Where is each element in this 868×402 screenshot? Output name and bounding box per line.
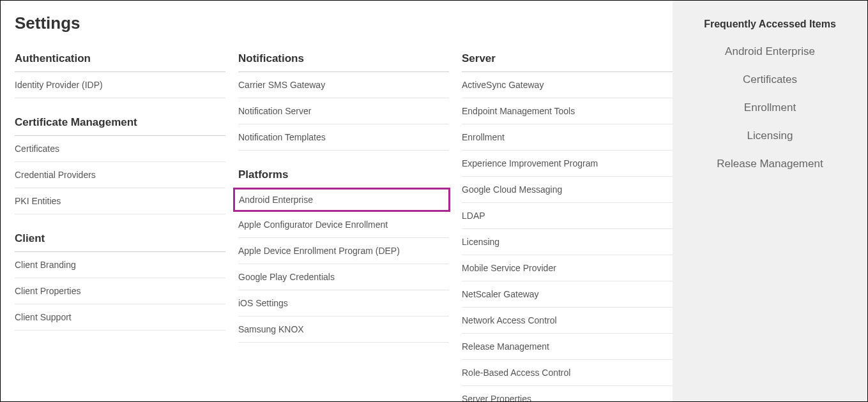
- section-header-notifications: Notifications: [238, 52, 449, 72]
- settings-link-identity-provider-idp[interactable]: Identity Provider (IDP): [15, 72, 225, 98]
- section-header-authentication: Authentication: [15, 52, 225, 72]
- settings-link-client-support[interactable]: Client Support: [15, 304, 225, 331]
- sidebar-title: Frequently Accessed Items: [679, 19, 861, 30]
- section-server: ServerActiveSync GatewayEndpoint Managem…: [462, 52, 673, 402]
- settings-link-notification-server[interactable]: Notification Server: [238, 98, 449, 124]
- settings-link-release-management[interactable]: Release Management: [462, 334, 673, 360]
- settings-link-apple-configurator-device-enrollment[interactable]: Apple Configurator Device Enrollment: [238, 212, 449, 238]
- settings-column-2: ServerActiveSync GatewayEndpoint Managem…: [462, 52, 673, 402]
- section-client: ClientClient BrandingClient PropertiesCl…: [15, 232, 225, 331]
- settings-link-notification-templates[interactable]: Notification Templates: [238, 124, 449, 151]
- settings-column-0: AuthenticationIdentity Provider (IDP)Cer…: [15, 52, 225, 402]
- settings-link-ios-settings[interactable]: iOS Settings: [238, 290, 449, 316]
- settings-link-enrollment[interactable]: Enrollment: [462, 124, 673, 151]
- settings-link-certificates[interactable]: Certificates: [15, 136, 225, 162]
- settings-link-client-branding[interactable]: Client Branding: [15, 252, 225, 278]
- settings-link-android-enterprise[interactable]: Android Enterprise: [233, 188, 450, 212]
- settings-link-samsung-knox[interactable]: Samsung KNOX: [238, 316, 449, 343]
- section-header-platforms: Platforms: [238, 168, 449, 188]
- frequent-link-android-enterprise[interactable]: Android Enterprise: [679, 45, 861, 58]
- settings-link-pki-entities[interactable]: PKI Entities: [15, 188, 225, 214]
- frequent-link-enrollment[interactable]: Enrollment: [679, 101, 861, 114]
- settings-link-endpoint-management-tools[interactable]: Endpoint Management Tools: [462, 98, 673, 124]
- settings-link-client-properties[interactable]: Client Properties: [15, 278, 225, 304]
- settings-link-licensing[interactable]: Licensing: [462, 229, 673, 255]
- page-title: Settings: [15, 13, 673, 33]
- section-notifications: NotificationsCarrier SMS GatewayNotifica…: [238, 52, 449, 151]
- section-header-certificate-management: Certificate Management: [15, 116, 225, 136]
- frequent-link-licensing[interactable]: Licensing: [679, 130, 861, 142]
- settings-link-mobile-service-provider[interactable]: Mobile Service Provider: [462, 255, 673, 281]
- sidebar-frequently-accessed: Frequently Accessed Items Android Enterp…: [673, 1, 867, 401]
- section-header-client: Client: [15, 232, 225, 252]
- settings-link-ldap[interactable]: LDAP: [462, 203, 673, 229]
- settings-link-role-based-access-control[interactable]: Role-Based Access Control: [462, 360, 673, 386]
- settings-link-netscaler-gateway[interactable]: NetScaler Gateway: [462, 281, 673, 308]
- settings-link-apple-device-enrollment-program-dep[interactable]: Apple Device Enrollment Program (DEP): [238, 238, 449, 264]
- settings-link-network-access-control[interactable]: Network Access Control: [462, 308, 673, 334]
- settings-link-google-cloud-messaging[interactable]: Google Cloud Messaging: [462, 177, 673, 203]
- settings-link-server-properties[interactable]: Server Properties: [462, 386, 673, 402]
- section-header-server: Server: [462, 52, 673, 72]
- section-platforms: PlatformsAndroid EnterpriseApple Configu…: [238, 168, 449, 343]
- settings-link-activesync-gateway[interactable]: ActiveSync Gateway: [462, 72, 673, 98]
- settings-link-experience-improvement-program[interactable]: Experience Improvement Program: [462, 151, 673, 177]
- frequent-link-release-management[interactable]: Release Management: [679, 158, 861, 170]
- section-authentication: AuthenticationIdentity Provider (IDP): [15, 52, 225, 98]
- settings-link-carrier-sms-gateway[interactable]: Carrier SMS Gateway: [238, 72, 449, 98]
- settings-link-google-play-credentials[interactable]: Google Play Credentials: [238, 264, 449, 290]
- settings-link-credential-providers[interactable]: Credential Providers: [15, 162, 225, 188]
- section-certificate-management: Certificate ManagementCertificatesCreden…: [15, 116, 225, 214]
- settings-column-1: NotificationsCarrier SMS GatewayNotifica…: [238, 52, 449, 402]
- frequent-link-certificates[interactable]: Certificates: [679, 73, 861, 86]
